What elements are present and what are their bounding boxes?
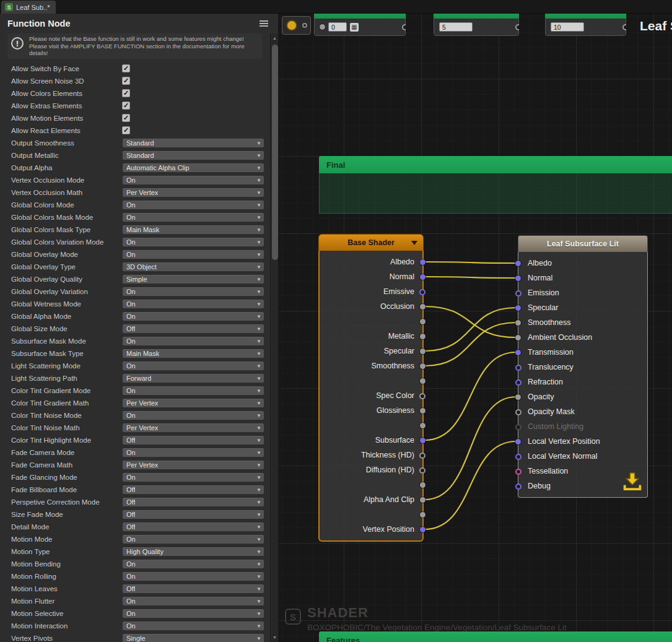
checkbox[interactable]: ✓ (122, 102, 130, 110)
dropdown[interactable]: Off▼ (122, 584, 264, 594)
dropdown[interactable]: Standard▼ (122, 138, 264, 148)
dropdown[interactable]: On▼ (122, 299, 264, 309)
dropdown[interactable]: On▼ (122, 287, 264, 297)
grid-icon[interactable]: ▦ (350, 23, 359, 32)
dropdown[interactable]: 3D Object▼ (122, 262, 264, 272)
dropdown[interactable]: On▼ (122, 534, 264, 544)
node-graph-canvas[interactable]: 0 ▦ 5 10 Leaf S Final (279, 14, 672, 642)
dropdown[interactable]: High Quality▼ (122, 547, 264, 557)
features-node-header[interactable]: Features (319, 631, 672, 642)
final-node-header[interactable]: Final (319, 156, 672, 173)
dropdown[interactable]: On▼ (122, 386, 264, 396)
download-update-icon[interactable] (621, 471, 644, 493)
checkbox[interactable]: ✓ (122, 64, 130, 72)
value-field[interactable]: 0 (328, 22, 347, 32)
leaf-subsurface-lit-node[interactable]: Leaf Subsurface Lit AlbedoNormalEmission… (518, 235, 648, 498)
port-dot[interactable] (420, 423, 425, 428)
dropdown[interactable]: On▼ (122, 311, 264, 321)
dropdown[interactable]: On▼ (122, 200, 264, 210)
dropdown[interactable]: On▼ (122, 410, 264, 420)
port-dot[interactable] (420, 482, 425, 488)
checkbox[interactable]: ✓ (122, 89, 130, 97)
checkbox[interactable]: ✓ (122, 126, 130, 134)
value-field[interactable]: 5 (439, 22, 473, 32)
port-dot[interactable] (419, 393, 425, 399)
dropdown[interactable]: Per Vertex▼ (122, 398, 264, 408)
dropdown[interactable]: Forward▼ (122, 373, 264, 383)
port-dot[interactable] (515, 365, 521, 371)
port-dot[interactable] (420, 497, 425, 503)
port-dot[interactable] (420, 304, 425, 310)
base-shader-header[interactable]: Base Shader (318, 234, 424, 251)
dropdown[interactable]: On▼ (122, 237, 264, 247)
port-dot[interactable] (515, 439, 521, 445)
dropdown[interactable]: Off▼ (122, 510, 264, 519)
dropdown[interactable]: Off▼ (122, 497, 264, 507)
port-dot[interactable] (515, 424, 521, 430)
dropdown[interactable]: Main Mask▼ (122, 349, 264, 358)
output-port-dot[interactable] (515, 24, 519, 30)
checkbox[interactable]: ✓ (122, 77, 130, 85)
port-dot[interactable] (420, 408, 425, 414)
port-dot[interactable] (515, 290, 521, 297)
port-dot[interactable] (515, 484, 521, 490)
port-dot[interactable] (420, 319, 425, 324)
dropdown[interactable]: Standard▼ (122, 150, 264, 160)
scroll-down-arrow[interactable]: ▼ (271, 633, 279, 641)
port-dot[interactable] (419, 467, 425, 474)
node-header[interactable] (545, 14, 626, 19)
port-dot[interactable] (420, 334, 425, 339)
port-dot[interactable] (420, 349, 425, 354)
port-dot[interactable] (515, 335, 521, 341)
port-dot[interactable] (515, 380, 521, 386)
dropdown[interactable]: On▼ (122, 336, 264, 346)
dropdown[interactable]: Main Mask▼ (122, 225, 264, 235)
panel-scrollbar[interactable]: ▲ ▼ (270, 33, 278, 642)
dropdown[interactable]: On▼ (122, 559, 264, 569)
dropdown[interactable]: On▼ (122, 621, 264, 631)
final-node[interactable]: Final (319, 156, 672, 214)
dropdown[interactable]: Per Vertex▼ (122, 423, 264, 433)
dropdown[interactable]: Automatic Alpha Clip▼ (122, 163, 264, 173)
dropdown[interactable]: On▼ (122, 571, 264, 581)
dropdown[interactable]: On▼ (122, 472, 264, 482)
port-dot[interactable] (420, 274, 425, 280)
port-dot[interactable] (515, 275, 521, 281)
node-header[interactable] (434, 14, 519, 19)
port-dot[interactable] (420, 512, 425, 518)
port-dot[interactable] (515, 394, 521, 400)
features-node[interactable]: Features (319, 631, 672, 642)
document-tab[interactable]: S Leaf Sub..* (1, 1, 56, 14)
output-port-dot[interactable] (622, 24, 626, 30)
dropdown[interactable]: On▼ (122, 212, 264, 222)
port-dot[interactable] (419, 289, 425, 295)
dropdown[interactable]: On▼ (122, 175, 264, 185)
panel-menu-icon[interactable] (260, 20, 268, 27)
port-dot[interactable] (420, 527, 425, 532)
dropdown[interactable]: On▼ (122, 249, 264, 259)
port-dot[interactable] (420, 438, 425, 443)
port-dot[interactable] (419, 453, 425, 459)
dropdown[interactable]: On▼ (122, 596, 264, 606)
output-port-dot[interactable] (402, 24, 406, 30)
dropdown[interactable]: On▼ (122, 609, 264, 618)
dropdown[interactable]: Single▼ (122, 633, 264, 642)
scroll-up-arrow[interactable]: ▲ (271, 34, 279, 42)
dropdown[interactable]: Simple▼ (122, 274, 264, 284)
port-dot[interactable] (515, 320, 521, 326)
dropdown[interactable]: On▼ (122, 361, 264, 371)
dropdown[interactable]: Off▼ (122, 522, 264, 532)
port-dot[interactable] (515, 350, 521, 355)
port-dot[interactable] (515, 469, 521, 475)
scrollbar-thumb[interactable] (272, 45, 278, 260)
float-node-2[interactable]: 5 (434, 14, 519, 36)
float-node-1[interactable]: 0 ▦ (314, 14, 406, 36)
float-node-3[interactable]: 10 (545, 14, 626, 36)
port-dot[interactable] (420, 259, 425, 265)
partial-node-fragment[interactable] (282, 16, 311, 35)
dropdown[interactable]: Per Vertex▼ (122, 188, 264, 197)
dropdown[interactable]: Off▼ (122, 485, 264, 495)
checkbox[interactable]: ✓ (122, 114, 130, 122)
port-dot[interactable] (302, 23, 307, 28)
dropdown[interactable]: Off▼ (122, 324, 264, 334)
